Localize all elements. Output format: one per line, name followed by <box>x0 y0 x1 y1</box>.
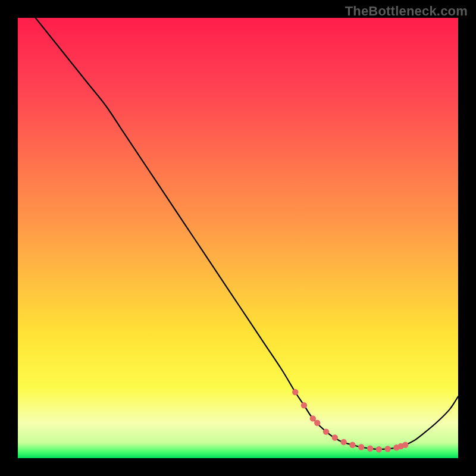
chart-svg <box>0 0 476 476</box>
optimal-dot <box>314 420 320 426</box>
optimal-dot <box>349 442 355 448</box>
optimal-dot <box>340 439 346 445</box>
attribution-text: TheBottleneck.com <box>345 4 468 19</box>
optimal-dot <box>358 444 364 450</box>
optimal-dot <box>332 434 338 440</box>
optimal-dot <box>301 402 307 408</box>
chart-stage: TheBottleneck.com <box>0 0 476 476</box>
optimal-dot <box>292 389 298 395</box>
optimal-dot <box>367 446 373 452</box>
optimal-dot <box>402 442 408 448</box>
optimal-dot <box>323 428 329 434</box>
optimal-dot <box>376 446 382 452</box>
plot-background <box>18 18 458 458</box>
optimal-dot <box>310 415 316 421</box>
optimal-dot <box>384 446 390 452</box>
